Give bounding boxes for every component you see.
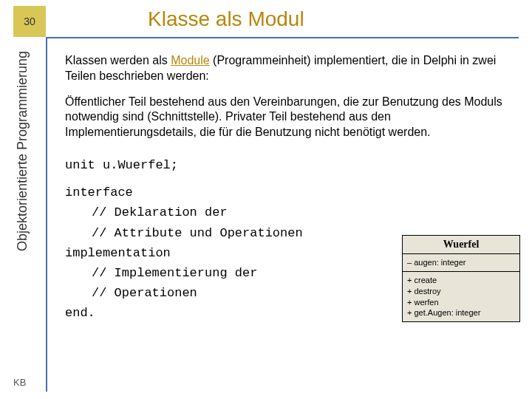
divider-vertical [46, 37, 47, 392]
uml-attributes: – augen: integer [403, 254, 519, 272]
code-line: // Implementierung der [65, 263, 375, 283]
uml-class-box: Wuerfel – augen: integer + create + dest… [402, 235, 520, 322]
uml-class-name: Wuerfel [403, 236, 519, 254]
code-line: end. [65, 303, 375, 323]
highlight-module: Module [171, 54, 209, 66]
code-line: unit u.Wuerfel; [65, 155, 375, 175]
uml-op: + get.Augen: integer [407, 307, 515, 318]
sidebar-label: Objektorientierte Programmierung [15, 51, 30, 251]
uml-op: + destroy [407, 286, 515, 297]
slide-title: Klasse als Modul [148, 7, 304, 31]
code-line: // Attribute und Operationen [65, 223, 375, 243]
uml-op: + create [407, 275, 515, 286]
divider-horizontal [46, 37, 519, 38]
paragraph-intro: Klassen werden als Module (Programmeinhe… [65, 53, 517, 84]
page-number: 30 [13, 6, 46, 37]
code-block: unit u.Wuerfel; interface // Deklaration… [65, 155, 375, 324]
uml-attr: – augen: integer [407, 257, 515, 268]
code-line: implementation [65, 243, 375, 263]
code-line: interface [65, 183, 375, 202]
code-line: // Operationen [65, 283, 375, 303]
uml-operations: + create + destroy + werfen + get.Augen:… [403, 272, 519, 321]
code-line: // Deklaration der [65, 202, 375, 222]
paragraph-details: Öffentlicher Teil bestehend aus den Vere… [65, 95, 517, 140]
text: Klassen werden als [65, 54, 171, 66]
uml-op: + werfen [407, 297, 515, 308]
footer-label: KB [13, 377, 26, 388]
